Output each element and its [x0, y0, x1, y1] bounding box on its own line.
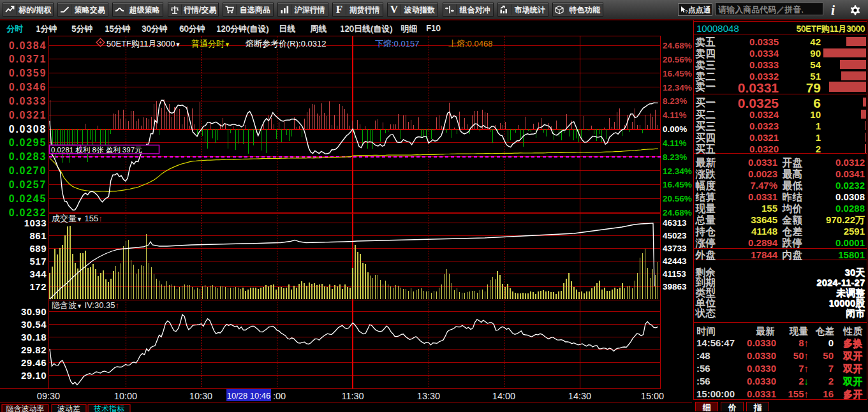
- svg-text:344: 344: [29, 269, 47, 279]
- svg-text:13:30: 13:30: [417, 391, 440, 401]
- svg-text:隐含波▼ IV:30.35↑: 隐含波▼ IV:30.35↑: [52, 300, 119, 310]
- svg-text:0.0346: 0.0346: [9, 82, 47, 92]
- svg-text:0.0333: 0.0333: [9, 96, 47, 107]
- svg-text:29.82: 29.82: [21, 344, 47, 355]
- svg-text:普通分时▼: 普通分时▼: [191, 39, 230, 48]
- svg-text:15:00: 15:00: [641, 391, 664, 401]
- svg-text:0.0232: 0.0232: [9, 207, 47, 218]
- svg-text:0.0371: 0.0371: [9, 54, 47, 64]
- svg-text:0.0270: 0.0270: [9, 165, 47, 176]
- svg-text:0.0283: 0.0283: [9, 151, 47, 162]
- svg-text:39863: 39863: [663, 282, 687, 291]
- svg-text:0.0359: 0.0359: [9, 68, 47, 78]
- svg-text:689: 689: [29, 243, 47, 254]
- svg-text:09:30: 09:30: [37, 391, 60, 401]
- svg-text:30.54: 30.54: [21, 319, 47, 330]
- svg-text:50ETF购11月3000▼: 50ETF购11月3000▼: [107, 39, 180, 48]
- svg-text:10:00: 10:00: [114, 391, 137, 401]
- svg-text:14:30: 14:30: [568, 391, 591, 401]
- svg-text:技术指标: 技术指标: [93, 404, 125, 412]
- svg-text:14:00: 14:00: [492, 391, 515, 401]
- svg-text:29.46: 29.46: [21, 357, 47, 368]
- svg-text:861: 861: [29, 230, 47, 241]
- svg-text::00: :00: [273, 391, 286, 401]
- svg-text:0.0281 权利 8张 盈利 397元: 0.0281 权利 8张 盈利 397元: [51, 146, 142, 154]
- svg-text:熔断参考价(R):0.0312: 熔断参考价(R):0.0312: [246, 39, 326, 48]
- svg-text:29.10: 29.10: [21, 370, 47, 381]
- svg-text:10:30: 10:30: [189, 391, 212, 401]
- svg-text:517: 517: [29, 256, 47, 267]
- svg-text:0.0321: 0.0321: [9, 110, 47, 121]
- svg-text:30.18: 30.18: [21, 332, 47, 342]
- svg-text:隐含波动率: 隐含波动率: [6, 404, 45, 412]
- svg-text:11:30: 11:30: [341, 391, 364, 401]
- svg-text:上熔:0.0468: 上熔:0.0468: [448, 39, 492, 48]
- svg-text:0.0384: 0.0384: [9, 40, 47, 51]
- svg-text:10/28 10:46: 10/28 10:46: [227, 391, 271, 401]
- svg-text:30.90: 30.90: [21, 306, 47, 317]
- svg-text:172: 172: [29, 281, 47, 292]
- svg-text:0.0257: 0.0257: [9, 179, 47, 190]
- svg-text:1033: 1033: [24, 217, 47, 228]
- svg-text:波动差: 波动差: [57, 404, 80, 412]
- svg-text:0.0295: 0.0295: [9, 137, 47, 148]
- svg-text:41153: 41153: [663, 269, 686, 279]
- svg-text:下熔:0.0157: 下熔:0.0157: [375, 39, 419, 48]
- svg-text:0.0308: 0.0308: [9, 124, 47, 135]
- svg-text:0.0245: 0.0245: [9, 193, 47, 204]
